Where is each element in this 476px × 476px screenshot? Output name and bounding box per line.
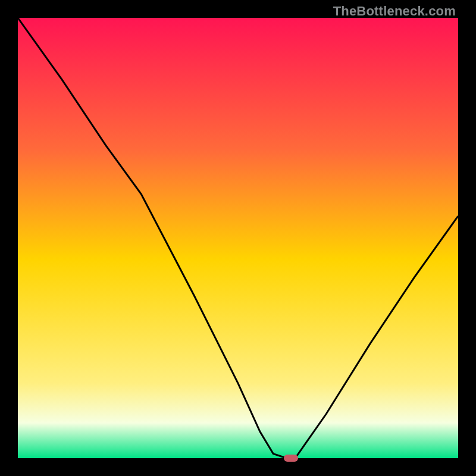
optimum-marker: [284, 455, 298, 462]
bottleneck-curve: [18, 18, 458, 458]
chart-stage: TheBottleneck.com: [0, 0, 476, 476]
plot-area: [18, 18, 458, 458]
watermark-text: TheBottleneck.com: [333, 4, 456, 19]
